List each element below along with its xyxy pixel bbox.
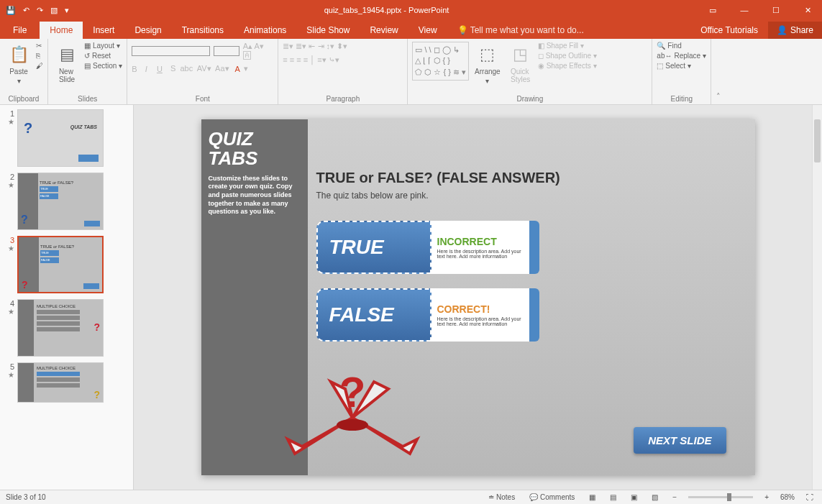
- cut-icon[interactable]: ✂: [36, 42, 43, 50]
- answer-row-true: TRUE INCORRECT Here is the description a…: [316, 221, 741, 274]
- answer-row-false: FALSE CORRECT! Here is the description a…: [316, 288, 741, 342]
- layout-button[interactable]: ▦ Layout ▾: [84, 42, 122, 50]
- incorrect-label: INCORRECT: [437, 236, 524, 247]
- comments-button[interactable]: 💬 Comments: [526, 493, 577, 501]
- tab-home[interactable]: Home: [40, 22, 83, 39]
- quick-styles-button: ◳Quick Styles: [506, 42, 535, 85]
- tab-review[interactable]: Review: [360, 22, 408, 39]
- select-button[interactable]: ⬚ Select ▾: [657, 62, 706, 70]
- share-button[interactable]: 👤 Share: [768, 22, 822, 39]
- group-font: A▴ A▾ 🄰 B I U S abc AV▾ Aa▾ A▾ Font: [127, 39, 278, 104]
- shape-outline-button: ◻ Shape Outline ▾: [538, 52, 597, 60]
- slide-thumbnail-3[interactable]: TRUE or FALSE?TRUEFALSE?: [17, 236, 104, 293]
- slide[interactable]: QUIZ TABS Customize these slides to crea…: [201, 119, 755, 475]
- fit-to-window-icon[interactable]: ⛶: [803, 493, 816, 501]
- tab-insert[interactable]: Insert: [83, 22, 124, 39]
- menu-tabs: File Home Insert Design Transitions Anim…: [0, 20, 822, 39]
- group-drawing: ▭ \ \ ◻ ◯ ↳△ ⌊ ⌈ ⬡ { }⬠ ⬡ ☆ { } ≋ ▾ ⬚Arr…: [408, 39, 652, 104]
- window-title: quiz_tabs_19454.pptx - PowerPoint: [75, 6, 698, 14]
- slide-counter[interactable]: Slide 3 of 10: [6, 493, 46, 501]
- false-description: CORRECT! Here is the description area. A…: [431, 288, 539, 342]
- zoom-slider[interactable]: [688, 496, 753, 498]
- replace-button[interactable]: ab↔ Replace ▾: [657, 52, 706, 60]
- save-icon[interactable]: 💾: [6, 6, 16, 15]
- slide-canvas-area[interactable]: QUIZ TABS Customize these slides to crea…: [134, 105, 822, 490]
- tab-slideshow[interactable]: Slide Show: [296, 22, 360, 39]
- slide-subheading: The quiz tabs below are pink.: [316, 191, 741, 201]
- group-label: Drawing: [412, 93, 647, 103]
- qa-customize-icon[interactable]: ▾: [65, 6, 69, 15]
- new-slide-button[interactable]: ▤New Slide: [52, 42, 81, 85]
- slide-main: TRUE or FALSE? (FALSE ANSWER) The quiz t…: [316, 170, 741, 356]
- desc-text: Here is the description area. Add your t…: [437, 249, 524, 259]
- close-icon[interactable]: ✕: [793, 6, 822, 15]
- collapse-ribbon-icon[interactable]: ˄: [711, 39, 726, 104]
- status-bar: Slide 3 of 10 ≐ Notes 💬 Comments ▦ ▤ ▣ ▧…: [0, 490, 822, 504]
- thumbnail-panel[interactable]: 1★ ?QUIZ TABS 2★ TRUE or FALSE?TRUEFALSE…: [0, 105, 134, 490]
- svg-text:?: ?: [339, 368, 365, 416]
- section-button[interactable]: ▤ Section ▾: [84, 62, 122, 70]
- correct-label: CORRECT!: [437, 303, 524, 315]
- vertical-scrollbar[interactable]: [812, 105, 822, 490]
- redo-icon[interactable]: ↷: [37, 6, 43, 15]
- slide-thumbnail-4[interactable]: MULTIPLE CHOICE?: [17, 299, 104, 357]
- svg-point-0: [337, 419, 368, 431]
- tab-file[interactable]: File: [0, 22, 40, 39]
- workspace: 1★ ?QUIZ TABS 2★ TRUE or FALSE?TRUEFALSE…: [0, 105, 822, 490]
- reading-view-icon[interactable]: ▣: [628, 493, 640, 501]
- undo-icon[interactable]: ↶: [23, 6, 29, 15]
- zoom-level[interactable]: 68%: [780, 493, 795, 501]
- tab-transitions[interactable]: Transitions: [172, 22, 234, 39]
- tab-tutorials[interactable]: Office Tutorials: [690, 22, 768, 39]
- reset-button[interactable]: ↺ Reset: [84, 52, 122, 60]
- shape-effects-button: ◉ Shape Effects ▾: [538, 62, 597, 70]
- question-mark-graphic: ?: [259, 353, 446, 468]
- notes-button[interactable]: ≐ Notes: [485, 493, 518, 501]
- true-description: INCORRECT Here is the description area. …: [431, 221, 539, 274]
- tab-animations[interactable]: Animations: [234, 22, 296, 39]
- copy-icon[interactable]: ⎘: [36, 52, 43, 60]
- find-button[interactable]: 🔍 Find: [657, 42, 706, 50]
- next-slide-button[interactable]: NEXT SLIDE: [634, 427, 726, 454]
- slide-thumbnail-2[interactable]: TRUE or FALSE?TRUEFALSE?: [17, 173, 104, 230]
- maximize-icon[interactable]: ☐: [762, 6, 790, 15]
- group-paragraph: ≣▾ ≣▾ ⇤ ⇥ ↕▾ ⬍▾ ≡ ≡ ≡ ≡ │ ≡▾ ⤷▾ Paragrap…: [278, 39, 408, 104]
- group-slides: ▤New Slide ▦ Layout ▾ ↺ Reset ▤ Section …: [48, 39, 127, 104]
- group-label: Editing: [657, 93, 706, 103]
- tab-design[interactable]: Design: [124, 22, 171, 39]
- title-bar: 💾 ↶ ↷ ▧ ▾ quiz_tabs_19454.pptx - PowerPo…: [0, 0, 822, 20]
- group-label: Paragraph: [283, 93, 403, 103]
- shapes-gallery[interactable]: ▭ \ \ ◻ ◯ ↳△ ⌊ ⌈ ⬡ { }⬠ ⬡ ☆ { } ≋ ▾: [412, 42, 469, 81]
- arrange-button[interactable]: ⬚Arrange▾: [472, 42, 503, 86]
- slide-thumbnail-5[interactable]: MULTIPLE CHOICE?: [17, 362, 104, 403]
- slideshow-view-icon[interactable]: ▧: [649, 493, 661, 501]
- group-editing: 🔍 Find ab↔ Replace ▾ ⬚ Select ▾ Editing: [652, 39, 711, 104]
- slide-heading: TRUE or FALSE? (FALSE ANSWER): [316, 170, 741, 186]
- sorter-view-icon[interactable]: ▤: [607, 493, 619, 501]
- false-tab[interactable]: FALSE: [316, 288, 431, 342]
- group-label: Slides: [52, 93, 122, 103]
- start-from-beginning-icon[interactable]: ▧: [50, 6, 58, 15]
- tab-view[interactable]: View: [408, 22, 447, 39]
- group-label: Font: [132, 93, 273, 103]
- zoom-in-icon[interactable]: +: [762, 493, 772, 501]
- slide-thumbnail-1[interactable]: ?QUIZ TABS: [17, 109, 104, 167]
- sidebar-title: QUIZ TABS: [209, 129, 301, 169]
- true-tab[interactable]: TRUE: [316, 221, 431, 274]
- group-label: Clipboard: [4, 93, 43, 103]
- shape-fill-button: ◧ Shape Fill ▾: [538, 42, 597, 50]
- group-clipboard: 📋Paste▾ ✂ ⎘ 🖌 Clipboard: [0, 39, 48, 104]
- minimize-icon[interactable]: —: [730, 6, 759, 15]
- format-painter-icon[interactable]: 🖌: [36, 62, 43, 70]
- paste-button[interactable]: 📋Paste▾: [4, 42, 33, 86]
- sidebar-text: Customize these slides to create your ow…: [209, 175, 301, 216]
- ribbon-display-icon[interactable]: ▭: [698, 6, 727, 15]
- zoom-out-icon[interactable]: −: [670, 493, 680, 501]
- desc-text: Here is the description area. Add your t…: [437, 316, 524, 326]
- tab-tellme[interactable]: 💡 Tell me what you want to do...: [447, 22, 594, 39]
- ribbon: 📋Paste▾ ✂ ⎘ 🖌 Clipboard ▤New Slide ▦ Lay…: [0, 39, 822, 105]
- normal-view-icon[interactable]: ▦: [586, 493, 598, 501]
